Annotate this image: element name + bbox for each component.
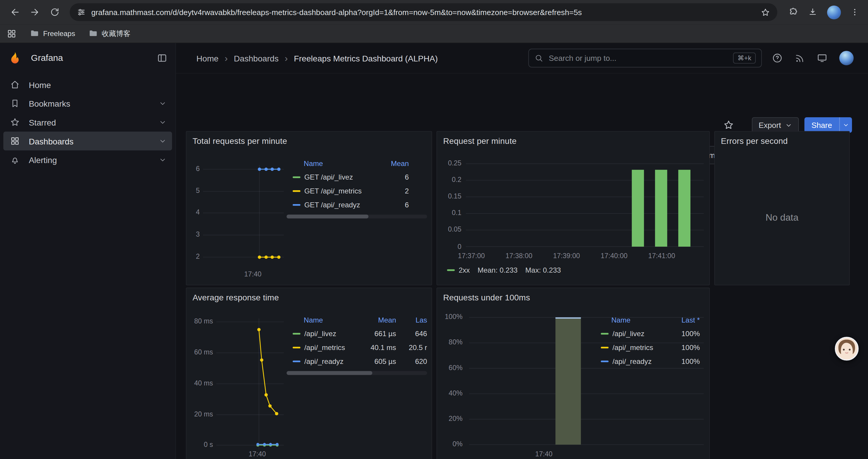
legend-row[interactable]: GET /api/_metrics 2 (286, 184, 427, 198)
browser-window: grafana.mathmast.com/d/deytv4rwavabkb/fr… (0, 0, 868, 459)
y-axis-tick: 0.25 (439, 159, 462, 167)
help-icon[interactable] (772, 53, 783, 64)
y-axis-tick: 0.2 (439, 176, 462, 184)
chevron-down-icon[interactable] (159, 156, 166, 164)
grafana-logo-icon[interactable] (8, 51, 22, 65)
bookmark-star-icon[interactable] (761, 7, 770, 17)
series-color-swatch (293, 204, 301, 206)
kiosk-monitor-icon[interactable] (816, 53, 828, 64)
legend-scrollbar[interactable] (286, 215, 427, 218)
y-axis-tick: 0% (438, 440, 462, 448)
y-axis-tick: 2 (188, 253, 200, 261)
scrollbar-thumb[interactable] (286, 215, 368, 218)
reload-button[interactable] (45, 3, 64, 22)
legend-row[interactable]: GET /api/_livez 6 (286, 170, 427, 184)
y-axis-tick: 60 ms (188, 349, 213, 357)
sidebar-item-label: Dashboards (29, 136, 73, 146)
legend-header-name[interactable]: Name (304, 316, 362, 324)
forward-icon (30, 7, 40, 17)
favorite-dashboard-button[interactable] (723, 119, 734, 130)
legend-row[interactable]: /api/_livez 661 µs 646 (286, 327, 427, 341)
legend-row[interactable]: /api/_livez 100% (601, 327, 700, 341)
brand-name[interactable]: Grafana (31, 53, 157, 63)
panel-title[interactable]: Errors per second (721, 136, 788, 145)
bookmark-folder-blog[interactable]: 收藏博客 (88, 28, 130, 38)
chevron-down-icon[interactable] (159, 119, 166, 126)
legend-row[interactable]: GET /api/_readyz 6 (286, 198, 427, 212)
browser-profile-avatar[interactable] (827, 5, 841, 19)
legend-item-2xx[interactable]: 2xx (447, 266, 470, 274)
legend-header-mean[interactable]: Mean (362, 316, 396, 324)
sidebar-item-starred[interactable]: Starred (3, 113, 172, 132)
legend-header-last[interactable]: Las (396, 316, 427, 324)
legend-row[interactable]: /api/_readyz 100% (601, 355, 700, 368)
x-axis-tick: 17:39:00 (547, 252, 586, 261)
address-bar[interactable]: grafana.mathmast.com/d/deytv4rwavabkb/fr… (70, 3, 777, 21)
legend-header-row: Name Mean (286, 156, 427, 170)
assistant-avatar-button[interactable] (835, 337, 859, 361)
panel-average-response-time: Average response time 80 ms 60 ms 40 ms (186, 288, 432, 459)
sidebar-item-label: Bookmarks (29, 99, 70, 108)
breadcrumb-separator-icon: › (224, 54, 228, 63)
x-axis-tick: 17:40 (238, 450, 277, 458)
sidebar-item-dashboards[interactable]: Dashboards (3, 132, 172, 151)
y-axis-tick: 0.1 (439, 209, 462, 218)
url-text[interactable]: grafana.mathmast.com/d/deytv4rwavabkb/fr… (91, 8, 755, 17)
legend-max: Max: 0.233 (525, 266, 561, 274)
legend-mean: Mean: 0.233 (477, 266, 517, 274)
breadcrumb-dashboards[interactable]: Dashboards (234, 54, 279, 63)
forward-button[interactable] (25, 3, 44, 22)
panel-requests-under-100ms: Requests under 100ms 100% 80% 60% 40% 20… (436, 288, 710, 459)
y-axis-tick: 6 (188, 165, 200, 173)
export-button[interactable]: Export (752, 117, 799, 133)
sidebar-item-bookmarks[interactable]: Bookmarks (3, 94, 172, 113)
browser-actions (785, 5, 862, 19)
legend: 2xx Mean: 0.233 Max: 0.233 (447, 266, 561, 274)
back-button[interactable] (6, 3, 25, 22)
sidebar-header: Grafana (0, 43, 176, 73)
y-axis-tick: 60% (438, 364, 462, 372)
legend-row[interactable]: /api/_metrics 40.1 ms 20.5 r (286, 340, 427, 355)
y-axis-tick: 80 ms (188, 318, 213, 326)
legend-row[interactable]: /api/_metrics 100% (601, 340, 700, 355)
sidebar-item-label: Alerting (29, 155, 57, 165)
legend-header-name[interactable]: Name (304, 159, 391, 167)
breadcrumb-home[interactable]: Home (196, 54, 219, 63)
scrollbar-thumb[interactable] (286, 371, 372, 375)
site-controls-icon[interactable] (77, 8, 86, 17)
search-input[interactable] (548, 53, 728, 63)
series-color-swatch (601, 361, 609, 362)
share-button[interactable]: Share (804, 117, 839, 133)
browser-menu-icon[interactable] (850, 8, 859, 17)
legend-header-mean[interactable]: Mean (391, 159, 409, 167)
x-axis-tick: 17:40 (239, 270, 267, 279)
star-icon (723, 119, 734, 130)
extensions-icon[interactable] (788, 7, 798, 17)
downloads-icon[interactable] (808, 7, 818, 17)
y-axis-tick: 0 s (188, 441, 213, 449)
x-axis-tick: 17:40:00 (595, 252, 633, 261)
news-rss-icon[interactable] (795, 53, 805, 64)
y-axis-tick: 20 ms (188, 410, 213, 419)
legend-header-last[interactable]: Last * (682, 316, 700, 324)
search-bar[interactable]: ⌘+k (528, 49, 762, 68)
bookmark-label: 收藏博客 (102, 28, 130, 38)
sidebar-item-alerting[interactable]: Alerting (3, 150, 172, 169)
sidebar-item-home[interactable]: Home (3, 75, 172, 94)
chevron-down-icon[interactable] (159, 100, 166, 107)
y-axis-tick: 100% (438, 313, 462, 321)
legend-row[interactable]: /api/_readyz 605 µs 620 (286, 355, 427, 368)
y-axis-tick: 3 (188, 231, 200, 239)
legend-header-row: Name Mean Las (286, 313, 427, 327)
user-avatar[interactable] (839, 51, 854, 65)
y-axis-tick: 4 (188, 208, 200, 217)
apps-grid-icon[interactable] (6, 28, 17, 38)
share-menu-button[interactable] (839, 117, 852, 133)
panel-total-requests: Total requests per minute 6 5 4 3 2 17:4… (186, 131, 432, 285)
legend-header-name[interactable]: Name (611, 316, 681, 324)
sidebar-toggle-icon[interactable] (157, 53, 167, 64)
chevron-down-icon[interactable] (159, 137, 166, 145)
legend-scrollbar[interactable] (286, 371, 427, 375)
bookmark-folder-freeleaps[interactable]: Freeleaps (30, 29, 75, 38)
dashboards-icon (10, 136, 21, 146)
